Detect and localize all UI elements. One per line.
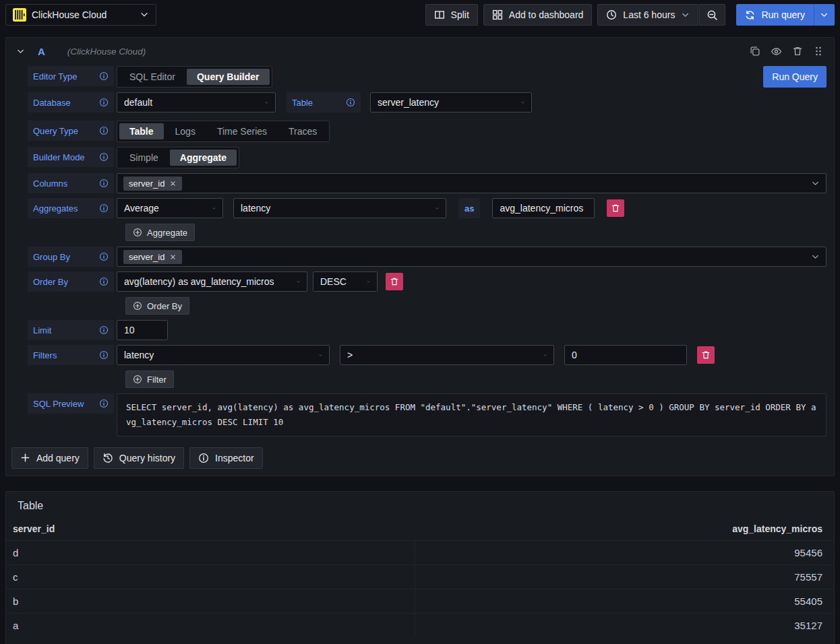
eye-icon <box>771 46 782 57</box>
filters-row: Filters latency > <box>28 345 827 389</box>
drag-query-handle[interactable] <box>813 46 824 57</box>
filters-label: Filters <box>33 350 57 360</box>
info-icon[interactable] <box>99 152 109 162</box>
query-ref-id[interactable]: A <box>38 46 45 57</box>
inspector-button[interactable]: Inspector <box>189 447 263 469</box>
info-icon[interactable] <box>346 98 355 107</box>
query-type-option-traces[interactable]: Traces <box>278 123 327 139</box>
table-row[interactable]: d 95456 <box>6 540 834 565</box>
disable-query-button[interactable] <box>771 46 782 57</box>
info-icon[interactable] <box>99 98 109 107</box>
info-icon[interactable] <box>99 71 109 81</box>
query-history-button[interactable]: Query history <box>94 447 184 469</box>
order-by-expression: avg(latency) as avg_latency_micros <box>124 276 274 287</box>
add-to-dashboard-button[interactable]: Add to dashboard <box>483 4 593 26</box>
table-header-avg-latency-micros[interactable]: avg_latency_micros <box>415 523 834 534</box>
order-by-column-select[interactable]: avg(latency) as avg_latency_micros <box>117 271 307 292</box>
table-select[interactable]: server_latency <box>370 92 532 112</box>
close-icon[interactable] <box>169 180 177 187</box>
aggregate-function-value: Average <box>124 203 159 214</box>
add-to-dashboard-label: Add to dashboard <box>509 9 584 20</box>
remove-aggregate-button[interactable] <box>607 199 624 217</box>
info-icon[interactable] <box>99 350 109 360</box>
time-zoom-out-button[interactable] <box>699 4 725 26</box>
table-row[interactable]: a 35127 <box>6 613 834 637</box>
query-editor-panel: A (ClickHouse Cloud) Editor Type SQL Edi… <box>5 37 835 476</box>
aggregate-column-select[interactable]: latency <box>233 198 446 218</box>
query-type-option-logs[interactable]: Logs <box>165 123 206 139</box>
info-icon[interactable] <box>99 126 109 135</box>
filter-value-input[interactable] <box>564 345 687 365</box>
sql-preview-text: SELECT server_id, avg(latency) as avg_la… <box>117 393 827 437</box>
trash-icon <box>792 46 803 57</box>
database-label: Database <box>33 98 71 108</box>
columns-row: Columns server_id <box>28 173 827 193</box>
query-type-option-time-series[interactable]: Time Series <box>207 123 277 139</box>
chevron-down-icon <box>430 204 439 213</box>
run-query-dropdown-button[interactable] <box>814 4 835 26</box>
query-history-label: Query history <box>119 453 175 463</box>
duplicate-query-button[interactable] <box>750 46 760 57</box>
collapse-query-toggle[interactable] <box>16 47 25 56</box>
aggregate-column-value: latency <box>241 203 270 214</box>
info-circle-icon <box>198 453 209 463</box>
group-by-multiselect[interactable]: server_id <box>117 247 827 267</box>
group-by-row: Group By server_id <box>28 247 827 267</box>
apps-grid-icon <box>492 9 503 20</box>
database-select[interactable]: default <box>117 92 276 112</box>
query-header-actions <box>750 46 824 57</box>
order-by-label: Order By <box>33 277 68 287</box>
cell-server-id: c <box>6 565 415 589</box>
editor-type-option-query-builder[interactable]: Query Builder <box>187 69 270 85</box>
aggregate-function-select[interactable]: Average <box>117 198 223 218</box>
filter-column-select[interactable]: latency <box>117 345 330 365</box>
cell-avg-latency: 55405 <box>415 589 834 613</box>
query-type-option-table[interactable]: Table <box>119 123 164 139</box>
filter-operator-select[interactable]: > <box>340 345 554 365</box>
run-query-button[interactable]: Run query <box>736 4 814 26</box>
info-icon[interactable] <box>99 277 109 286</box>
info-icon[interactable] <box>99 179 109 188</box>
remove-filter-button[interactable] <box>697 346 715 364</box>
datasource-picker[interactable]: ClickHouse Cloud <box>5 4 156 26</box>
builder-mode-label: Builder Mode <box>33 152 85 162</box>
builder-mode-option-simple[interactable]: Simple <box>119 150 169 166</box>
table-header-server-id[interactable]: server_id <box>6 523 415 534</box>
add-aggregate-button[interactable]: Aggregate <box>125 224 195 241</box>
time-range-picker[interactable]: Last 6 hours <box>597 4 698 26</box>
info-icon[interactable] <box>99 203 109 213</box>
info-icon[interactable] <box>99 252 109 261</box>
time-picker-group: Last 6 hours <box>597 4 725 26</box>
limit-input[interactable] <box>117 320 168 340</box>
table-row[interactable]: b 55405 <box>6 589 834 613</box>
group-by-chip-label: server_id <box>129 252 164 262</box>
limit-row: Limit <box>28 320 827 340</box>
order-by-direction-select[interactable]: DESC <box>313 271 378 292</box>
remove-order-by-button[interactable] <box>386 273 403 290</box>
columns-multiselect[interactable]: server_id <box>117 173 827 193</box>
info-icon[interactable] <box>99 399 109 408</box>
close-icon[interactable] <box>169 253 177 261</box>
add-filter-button[interactable]: Filter <box>125 371 174 388</box>
add-query-button[interactable]: Add query <box>11 447 88 469</box>
chevron-down-icon <box>681 11 690 20</box>
limit-label-box: Limit <box>28 320 114 340</box>
aggregate-alias-input[interactable] <box>492 198 595 218</box>
info-icon[interactable] <box>99 325 109 335</box>
panel-run-query-button[interactable]: Run Query <box>763 66 827 88</box>
sql-preview-label: SQL Preview <box>33 399 84 409</box>
builder-mode-label-box: Builder Mode <box>28 147 114 167</box>
add-order-by-button[interactable]: Order By <box>125 297 189 315</box>
copy-icon <box>750 46 760 57</box>
table-result-panel: Table server_id avg_latency_micros d 954… <box>5 491 835 644</box>
builder-mode-option-aggregate[interactable]: Aggregate <box>170 150 237 166</box>
editor-type-option-sql-editor[interactable]: SQL Editor <box>119 69 185 85</box>
table-row[interactable]: c 75557 <box>6 565 834 589</box>
table-panel-title: Table <box>6 492 834 520</box>
editor-type-label: Editor Type <box>33 71 78 82</box>
grip-dots-icon <box>813 46 824 57</box>
remove-query-button[interactable] <box>792 46 803 57</box>
datasource-name: ClickHouse Cloud <box>32 9 134 20</box>
plus-circle-icon <box>133 228 142 237</box>
split-button[interactable]: Split <box>425 4 478 26</box>
